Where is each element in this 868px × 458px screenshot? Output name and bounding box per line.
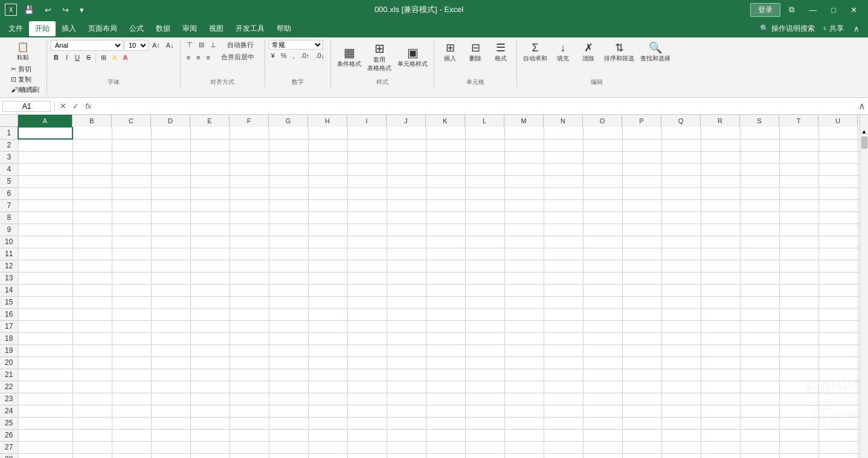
cell-R8[interactable]	[701, 211, 740, 224]
cell-D6[interactable]	[151, 187, 190, 199]
col-header-H[interactable]: H	[308, 115, 347, 127]
cell-A15[interactable]	[18, 296, 72, 308]
cell-P17[interactable]	[622, 320, 661, 332]
cell-I9[interactable]	[347, 224, 387, 236]
cell-L2[interactable]	[465, 139, 504, 151]
cell-M24[interactable]	[504, 405, 544, 417]
menu-view[interactable]: 视图	[203, 21, 230, 36]
save-button[interactable]: 💾	[21, 4, 37, 16]
cell-F22[interactable]	[230, 381, 269, 393]
cell-D8[interactable]	[151, 211, 190, 224]
cell-H7[interactable]	[308, 199, 347, 211]
cell-C16[interactable]	[112, 308, 151, 320]
cell-L23[interactable]	[465, 393, 504, 405]
cell-E3[interactable]	[190, 151, 230, 163]
cell-J14[interactable]	[387, 284, 426, 296]
cell-R16[interactable]	[701, 308, 740, 320]
col-header-I[interactable]: I	[347, 115, 387, 127]
cell-Q6[interactable]	[661, 187, 701, 199]
cell-C11[interactable]	[112, 248, 151, 260]
cell-J28[interactable]	[387, 453, 426, 458]
cell-J1[interactable]	[387, 127, 426, 139]
minimize-button[interactable]: —	[803, 3, 823, 17]
cell-S2[interactable]	[740, 139, 779, 151]
cell-G4[interactable]	[269, 163, 308, 175]
cell-E16[interactable]	[190, 308, 230, 320]
cell-K9[interactable]	[426, 224, 465, 236]
cell-O26[interactable]	[583, 429, 622, 441]
cell-B14[interactable]	[72, 284, 112, 296]
cell-F20[interactable]	[230, 356, 269, 369]
cell-G1[interactable]	[269, 127, 308, 139]
formula-input[interactable]	[95, 102, 856, 111]
menu-home[interactable]: 开始	[29, 21, 56, 36]
cell-N18[interactable]	[544, 332, 583, 344]
scroll-thumb[interactable]	[861, 137, 867, 149]
cell-C18[interactable]	[112, 332, 151, 344]
col-header-A[interactable]: A	[18, 115, 72, 127]
cell-G8[interactable]	[269, 211, 308, 224]
cell-B7[interactable]	[72, 199, 112, 211]
cell-N21[interactable]	[544, 369, 583, 381]
row-header-26[interactable]: 26	[0, 429, 18, 441]
cell-P24[interactable]	[622, 405, 661, 417]
copy-button[interactable]: ⊡ 复制	[8, 74, 34, 85]
cell-F5[interactable]	[230, 175, 269, 187]
cell-R17[interactable]	[701, 320, 740, 332]
cell-D28[interactable]	[151, 453, 190, 458]
cell-P25[interactable]	[622, 417, 661, 429]
cell-B21[interactable]	[72, 369, 112, 381]
cell-T16[interactable]	[779, 308, 818, 320]
login-button[interactable]: 登录	[750, 3, 780, 17]
cell-styles-button[interactable]: ▣ 单元格样式	[395, 44, 430, 69]
cell-T14[interactable]	[779, 284, 818, 296]
col-header-C[interactable]: C	[112, 115, 151, 127]
vertical-scrollbar[interactable]: ▲ ▼	[860, 127, 868, 458]
cell-M4[interactable]	[504, 163, 544, 175]
cell-O17[interactable]	[583, 320, 622, 332]
cell-A22[interactable]	[18, 381, 72, 393]
fill-color-button[interactable]: A	[110, 53, 119, 62]
cell-N1[interactable]	[544, 127, 583, 139]
cell-H2[interactable]	[308, 139, 347, 151]
menu-insert[interactable]: 插入	[56, 21, 82, 36]
row-header-23[interactable]: 23	[0, 393, 18, 405]
cell-S27[interactable]	[740, 441, 779, 453]
cell-N3[interactable]	[544, 151, 583, 163]
cell-U7[interactable]	[818, 199, 858, 211]
cell-N10[interactable]	[544, 236, 583, 248]
cell-D27[interactable]	[151, 441, 190, 453]
cell-A10[interactable]	[18, 236, 72, 248]
cell-R22[interactable]	[701, 381, 740, 393]
cell-L8[interactable]	[465, 211, 504, 224]
cell-I25[interactable]	[347, 417, 387, 429]
cell-K16[interactable]	[426, 308, 465, 320]
cell-U20[interactable]	[818, 356, 858, 369]
cell-M6[interactable]	[504, 187, 544, 199]
cell-K17[interactable]	[426, 320, 465, 332]
cell-H5[interactable]	[308, 175, 347, 187]
cell-R12[interactable]	[701, 260, 740, 272]
cell-G21[interactable]	[269, 369, 308, 381]
cell-L19[interactable]	[465, 344, 504, 356]
fill-button[interactable]: ↓ 填充	[551, 40, 575, 64]
cell-S28[interactable]	[740, 453, 779, 458]
cell-C15[interactable]	[112, 296, 151, 308]
cell-F17[interactable]	[230, 320, 269, 332]
cell-O28[interactable]	[583, 453, 622, 458]
cell-U2[interactable]	[818, 139, 858, 151]
cell-E19[interactable]	[190, 344, 230, 356]
increase-decimal-button[interactable]: .0↑	[298, 51, 312, 60]
row-header-19[interactable]: 19	[0, 344, 18, 356]
percent-button[interactable]: %	[278, 51, 289, 60]
cell-B19[interactable]	[72, 344, 112, 356]
cell-O23[interactable]	[583, 393, 622, 405]
cell-C9[interactable]	[112, 224, 151, 236]
row-header-25[interactable]: 25	[0, 417, 18, 429]
cell-O15[interactable]	[583, 296, 622, 308]
cell-K2[interactable]	[426, 139, 465, 151]
cell-U4[interactable]	[818, 163, 858, 175]
cell-T19[interactable]	[779, 344, 818, 356]
cell-M26[interactable]	[504, 429, 544, 441]
cell-T15[interactable]	[779, 296, 818, 308]
